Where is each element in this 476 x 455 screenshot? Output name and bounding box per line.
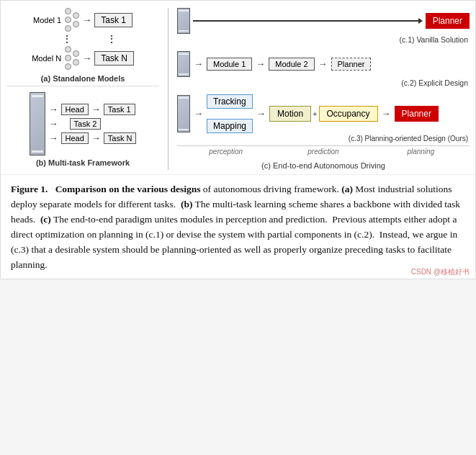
c3-tracking-box: Tracking [207, 94, 253, 109]
panel-divider [168, 8, 169, 170]
c1-caption: (c.1) Vanilla Solution [399, 35, 468, 44]
c2-module2-box: Module 2 [269, 58, 314, 71]
headN-box: Head [61, 132, 89, 144]
task2-b-box: Task 2 [70, 118, 102, 130]
c1-arrow [193, 18, 423, 24]
nn-node [65, 25, 71, 32]
figure-caption: Figure 1. Comparison on the various desi… [11, 184, 460, 270]
neural-net-1 [65, 8, 79, 32]
nn-node [73, 12, 79, 19]
head1-box: Head [61, 104, 89, 115]
arrow-icon: → [49, 118, 58, 130]
c3-caption: (c.3) Planning-oriented Design (Ours) [349, 135, 468, 143]
c1-planner-box: Planner [426, 13, 470, 29]
task1-b-box: Task 1 [104, 104, 135, 115]
arrow-icon: → [91, 132, 101, 144]
c2-caption: (c.2) Explicit Design [401, 78, 468, 87]
figure-label: Figure 1. [11, 184, 48, 194]
c3-modules-stack: Tracking Mapping [207, 94, 253, 133]
modelN-label: Model N [32, 54, 61, 63]
arrow-icon: → [194, 58, 203, 70]
taskN-b-box: Task N [104, 132, 137, 144]
right-panel: Planner (c.1) Vanilla Solution → Module … [171, 8, 470, 170]
arrow-icon: → [194, 108, 203, 120]
phase-perception: perception [177, 148, 274, 156]
sub-c3: → Tracking Mapping → Motion + Occupancy [177, 94, 470, 156]
arrow-icon: → [49, 104, 58, 115]
watermark: CSDN @移植好书 [411, 267, 470, 277]
arrow-icon: → [82, 14, 91, 26]
sub-b-multitask: → Head → Task 1 → Task 2 → [6, 92, 159, 167]
phase-prediction: prediction [274, 148, 372, 156]
bold-b: (b) [181, 199, 193, 210]
backbone-visual [30, 92, 45, 156]
c2-module1-box: Module 1 [207, 58, 252, 71]
bold-a: (a) [341, 184, 353, 194]
c3-planner-box: Planner [395, 106, 439, 122]
neural-net-N [65, 46, 79, 70]
task1-box: Task 1 [94, 13, 133, 27]
nn-node [73, 59, 79, 66]
figure-area: Model 1 → Task 1 [1, 1, 475, 175]
nn-node [65, 63, 71, 70]
arrow-icon: → [256, 58, 265, 70]
arrow-icon: → [318, 58, 328, 70]
c3-mapping-box: Mapping [207, 119, 253, 133]
caption-bold-phrase: Comparison on the various designs [55, 184, 201, 194]
taskN-box: Task N [94, 51, 134, 66]
c3-motion-occ: Motion + Occupancy [269, 106, 378, 122]
model1-label: Model 1 [33, 16, 61, 24]
sub-c2: → Module 1 → Module 2 → Planner (c.2) Ex… [177, 51, 470, 87]
arrow-icon: → [82, 53, 91, 64]
c3-occupancy-box: Occupancy [319, 106, 378, 122]
phase-planning: planning [372, 148, 470, 156]
left-panel: Model 1 → Task 1 [6, 8, 165, 170]
plus-sep: + [313, 109, 317, 118]
sub-a-standalone: Model 1 → Task 1 [6, 8, 159, 86]
arrow-icon: → [91, 104, 101, 115]
phase-labels: perception prediction planning [177, 145, 470, 156]
sub-c1: Planner (c.1) Vanilla Solution [177, 8, 470, 44]
page: Model 1 → Task 1 [0, 0, 476, 279]
arrow-icon: → [49, 132, 58, 144]
nn-node [65, 46, 71, 53]
nn-node [65, 55, 71, 61]
nn-node [65, 8, 71, 14]
nn-node [65, 17, 71, 23]
filmstrip-c3 [177, 95, 190, 132]
arrow-icon: → [256, 108, 266, 120]
arrow-icon: → [382, 108, 391, 120]
c2-planner-box: Planner [331, 58, 372, 71]
nn-node [73, 50, 79, 57]
caption-text-area: Figure 1. Comparison on the various desi… [1, 175, 475, 279]
filmstrip-c2 [177, 51, 190, 77]
dots-right: ⋮ [107, 33, 117, 45]
filmstrip-c1 [177, 8, 190, 34]
nn-node [73, 21, 79, 27]
dots-mid: ⋮ [62, 33, 72, 45]
bold-c: (c) [40, 214, 51, 225]
right-main-caption: (c) End-to-end Autonomous Driving [177, 161, 470, 170]
sub-b-caption: (b) Multi-task Framework [36, 158, 130, 167]
sub-a-caption: (a) Standalone Models [41, 74, 125, 83]
c3-motion-box: Motion [269, 106, 311, 122]
